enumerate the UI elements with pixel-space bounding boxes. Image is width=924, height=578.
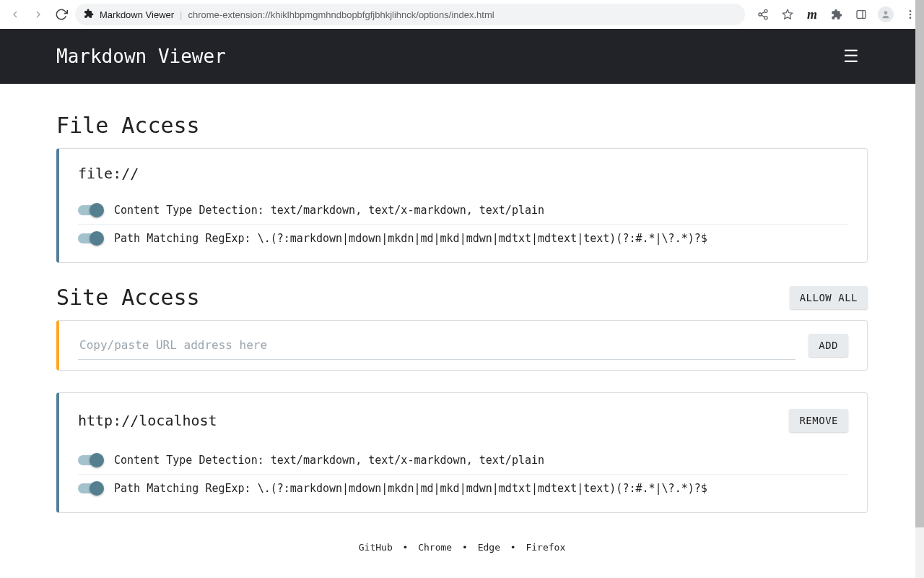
origin-content-type-toggle[interactable] — [78, 455, 103, 465]
svg-point-2 — [764, 17, 767, 20]
app-title: Markdown Viewer — [56, 46, 226, 67]
origin-panel-localhost: http://localhost REMOVE Content Type Det… — [56, 392, 868, 513]
forward-button[interactable] — [29, 5, 48, 24]
svg-point-10 — [910, 14, 912, 16]
file-path-match-label: Path Matching RegExp: \.(?:markdown|mdow… — [114, 232, 707, 245]
file-access-header: File Access — [56, 113, 868, 138]
svg-line-3 — [762, 15, 765, 17]
side-panel-icon[interactable] — [853, 7, 869, 22]
origin-title: http://localhost — [78, 412, 217, 429]
svg-point-8 — [884, 11, 888, 14]
origin-content-type-row: Content Type Detection: text/markdown, t… — [78, 447, 848, 475]
menu-icon[interactable]: ☰ — [843, 46, 859, 66]
dot-icon: • — [398, 542, 413, 553]
origin-url-input[interactable] — [78, 331, 796, 360]
omnibox-separator: | — [180, 9, 182, 20]
file-access-panel: file:// Content Type Detection: text/mar… — [56, 148, 868, 263]
svg-rect-6 — [857, 11, 866, 19]
vertical-scrollbar[interactable] — [915, 0, 924, 578]
site-access-header: Site Access ALLOW ALL — [56, 285, 868, 310]
browser-right-icons: m — [749, 7, 918, 22]
markdown-viewer-ext-icon[interactable]: m — [804, 7, 820, 22]
svg-point-1 — [759, 13, 762, 16]
footer-link-firefox[interactable]: Firefox — [526, 542, 565, 553]
footer-link-chrome[interactable]: Chrome — [418, 542, 452, 553]
back-button[interactable] — [6, 5, 25, 24]
app-header: Markdown Viewer ☰ — [0, 29, 924, 84]
svg-point-11 — [910, 17, 912, 19]
origin-path-match-label: Path Matching RegExp: \.(?:markdown|mdow… — [114, 482, 707, 495]
browser-chrome-bar: Markdown Viewer | chrome-extension://khi… — [0, 0, 924, 29]
file-content-type-toggle[interactable] — [78, 205, 103, 215]
extensions-icon[interactable] — [829, 7, 845, 22]
dot-icon: • — [506, 542, 520, 553]
footer-links: GitHub • Chrome • Edge • Firefox — [56, 535, 868, 553]
remove-origin-button[interactable]: REMOVE — [789, 409, 848, 432]
svg-point-9 — [910, 10, 912, 12]
reload-button[interactable] — [52, 5, 71, 24]
file-path-match-toggle[interactable] — [78, 233, 103, 243]
profile-avatar[interactable] — [878, 7, 894, 22]
footer-link-edge[interactable]: Edge — [478, 542, 500, 553]
file-content-type-row: Content Type Detection: text/markdown, t… — [78, 197, 848, 225]
scrollbar-thumb[interactable] — [915, 0, 924, 527]
svg-point-0 — [764, 9, 767, 12]
omnibox-url: chrome-extension://khiklhbpmgmhndbopbfgf… — [188, 9, 494, 20]
omnibox-title: Markdown Viewer — [100, 9, 174, 20]
footer-link-github[interactable]: GitHub — [359, 542, 393, 553]
file-content-type-label: Content Type Detection: text/markdown, t… — [114, 204, 544, 217]
share-icon[interactable] — [755, 7, 771, 22]
address-bar[interactable]: Markdown Viewer | chrome-extension://khi… — [75, 4, 745, 25]
file-access-heading: File Access — [56, 113, 200, 138]
origin-path-match-row: Path Matching RegExp: \.(?:markdown|mdow… — [78, 475, 848, 502]
file-scheme-title: file:// — [78, 165, 848, 182]
file-path-match-row: Path Matching RegExp: \.(?:markdown|mdow… — [78, 225, 848, 252]
site-access-heading: Site Access — [56, 285, 200, 310]
extension-icon — [84, 9, 94, 21]
allow-all-button[interactable]: ALLOW ALL — [790, 286, 868, 309]
add-origin-panel: ADD — [56, 320, 868, 371]
origin-path-match-toggle[interactable] — [78, 483, 103, 493]
origin-content-type-label: Content Type Detection: text/markdown, t… — [114, 454, 544, 467]
svg-line-4 — [762, 12, 765, 14]
main-content: File Access file:// Content Type Detecti… — [0, 84, 924, 553]
dot-icon: • — [458, 542, 472, 553]
bookmark-star-icon[interactable] — [780, 7, 796, 22]
svg-marker-5 — [783, 9, 792, 19]
add-origin-button[interactable]: ADD — [808, 334, 848, 357]
